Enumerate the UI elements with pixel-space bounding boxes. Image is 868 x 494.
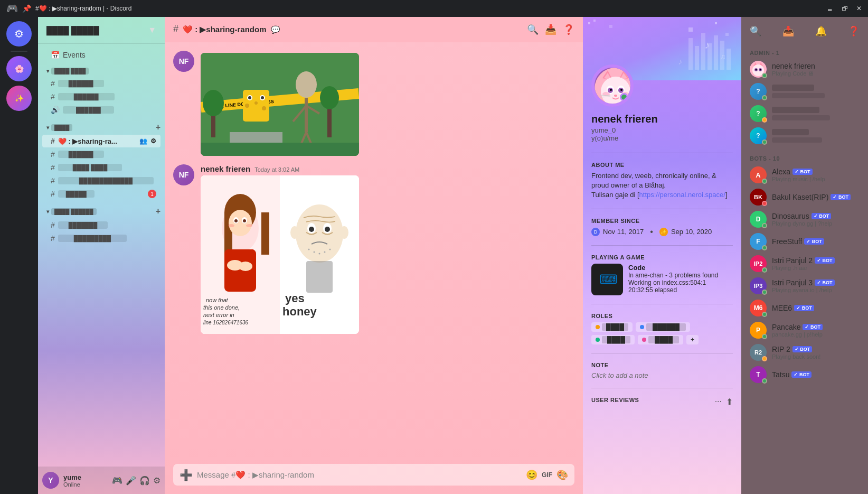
channel-header[interactable]: ████ █████ ▼ xyxy=(38,17,165,44)
channel-item-10[interactable]: # █████████ xyxy=(42,232,161,245)
chat-channel-name: ❤️ : ▶sharing-random xyxy=(183,25,267,34)
events-button[interactable]: 📅 Events xyxy=(42,49,161,61)
member-nenek-frieren[interactable]: nenek frieren Playing Code 🖥 xyxy=(746,59,864,80)
add-channel-button-2[interactable]: + xyxy=(156,207,161,216)
search-button[interactable]: 🔍 xyxy=(527,24,539,35)
help-icon[interactable]: ❓ xyxy=(848,25,860,37)
titlebar-pin[interactable]: 📌 xyxy=(22,4,31,13)
discord-join-date: Nov 11, 2017 xyxy=(603,228,644,236)
svg-point-32 xyxy=(234,219,238,222)
unread-badge: 1 xyxy=(148,190,156,198)
svg-text:honey: honey xyxy=(282,305,317,318)
note-title: NOTE xyxy=(591,362,733,368)
member-mee6[interactable]: M6 MEE6 ✓ BOT xyxy=(746,297,864,319)
svg-point-83 xyxy=(601,77,630,106)
member-blurred-1[interactable]: ? xyxy=(746,81,864,102)
chat-input[interactable] xyxy=(197,464,522,486)
svg-text:now that: now that xyxy=(206,297,229,303)
member-tatsu[interactable]: T Tatsu ✓ BOT xyxy=(746,364,864,385)
section-header-1[interactable]: ▾ ████ ████ xyxy=(38,66,165,77)
section-header-2[interactable]: ▾ ████ + xyxy=(38,120,165,134)
game-detail-3: 20:32:55 elapsed xyxy=(628,286,733,294)
profile-avatar-section xyxy=(583,64,741,107)
discord-home-button[interactable]: ⚙ xyxy=(6,21,32,46)
channel-item-9[interactable]: # ███████ xyxy=(42,219,161,231)
svg-point-33 xyxy=(243,219,246,222)
maximize-button[interactable]: 🗗 xyxy=(842,5,848,12)
message-time-2: Today at 3:02 AM xyxy=(254,166,299,173)
server-icon-2[interactable]: ✨ xyxy=(6,86,32,111)
member-bakul[interactable]: BK Bakul Kaset(RIP) ✓ BOT xyxy=(746,187,864,208)
svg-point-54 xyxy=(324,251,326,253)
user-avatar[interactable]: Y xyxy=(42,472,59,489)
message-avatar-2[interactable]: NF xyxy=(173,164,194,185)
server-dropdown-icon[interactable]: ▼ xyxy=(148,25,156,35)
role-add[interactable]: + xyxy=(686,335,699,344)
channel-item-7[interactable]: # █████████████ xyxy=(42,174,161,187)
server-icon-1[interactable]: 🌸 xyxy=(6,56,32,81)
note-section: NOTE Click to add a note xyxy=(583,358,741,384)
member-pancake[interactable]: P Pancake ✓ BOT pancake.gg | p!help xyxy=(746,320,864,341)
member-avatar-freestuff: F xyxy=(750,233,767,250)
gif-button[interactable]: GIF xyxy=(542,471,552,479)
profile-username: yume_0 xyxy=(591,126,733,134)
member-name-ip2: Istri Panjul 2 xyxy=(772,256,813,265)
server-name: ████ █████ xyxy=(46,26,99,35)
about-me-link[interactable]: https://personal.neroi.space/ xyxy=(639,191,725,199)
channel-item-2[interactable]: # ██████ xyxy=(42,90,161,103)
reviews-expand-icon[interactable]: ⬆ xyxy=(726,397,733,407)
member-rip2[interactable]: R2 RIP 2 ✓ BOT Playing back soon! xyxy=(746,342,864,363)
member-blurred-3[interactable]: ? xyxy=(746,125,864,146)
hash-icon-5: # xyxy=(51,150,55,159)
mute-button[interactable]: 🎤 xyxy=(126,476,136,486)
minimize-button[interactable]: 🗕 xyxy=(827,5,833,12)
titlebar-title: #❤️ : ▶sharing-random | - Discord xyxy=(35,5,132,12)
status-dot-nenek xyxy=(762,73,767,78)
member-name-pancake: Pancake xyxy=(772,323,800,331)
channel-item-1[interactable]: # ██████ xyxy=(42,77,161,90)
member-alexa[interactable]: A Alexa ✓ BOT Playing music | /help xyxy=(746,164,864,185)
section-header-3[interactable]: ▾ ████ ██████ + xyxy=(38,204,165,218)
sticker-button[interactable]: 🎨 xyxy=(556,469,568,481)
role-1: ████ xyxy=(591,322,633,332)
channel-item-6[interactable]: # ████ ████ xyxy=(42,161,161,174)
bot-badge-alexa: ✓ BOT xyxy=(792,169,813,175)
note-input[interactable]: Click to add a note xyxy=(591,371,733,379)
svg-rect-66 xyxy=(715,22,717,24)
server-member-since: ✨ Sep 10, 2020 xyxy=(659,228,712,236)
deafen-button[interactable]: 🎧 xyxy=(139,476,150,486)
member-ip2[interactable]: IP2 Istri Panjul 2 ✓ BOT Playing .h aar xyxy=(746,253,864,274)
channel-item-5[interactable]: # ██████ xyxy=(42,148,161,161)
close-button[interactable]: ✕ xyxy=(856,5,862,12)
member-freestuff[interactable]: F FreeStuff ✓ BOT xyxy=(746,231,864,252)
reviews-more-icon[interactable]: ··· xyxy=(715,397,722,407)
about-me-title: ABOUT ME xyxy=(591,162,733,168)
member-info-ip2: Istri Panjul 2 ✓ BOT Playing .h aar xyxy=(772,256,860,271)
help-button[interactable]: ❓ xyxy=(563,24,574,35)
member-list: 🔍 📥 🔔 ❓ ADMIN - 1 xyxy=(741,17,868,494)
notification-icon[interactable]: 🔔 xyxy=(815,25,827,37)
add-attachment-button[interactable]: ➕ xyxy=(180,469,193,481)
game-activity-button[interactable]: 🎮 xyxy=(112,476,122,486)
member-dino[interactable]: D Dinosaurus ✓ BOT Playing dyno.gg | ?he… xyxy=(746,209,864,230)
inbox-button[interactable]: 📥 xyxy=(545,24,556,35)
member-blurred-2[interactable]: ? xyxy=(746,103,864,124)
svg-point-19 xyxy=(203,90,224,116)
emoji-button[interactable]: 😊 xyxy=(526,469,537,481)
member-ip3[interactable]: IP3 Istri Panjul 3 ✓ BOT Playing ayana.i… xyxy=(746,275,864,296)
inbox-icon[interactable]: 📥 xyxy=(782,25,794,37)
search-icon[interactable]: 🔍 xyxy=(750,25,761,37)
channel-item-3[interactable]: 🔊 ██████ xyxy=(42,104,161,116)
svg-point-50 xyxy=(325,227,330,232)
message-avatar-1[interactable]: NF xyxy=(173,51,194,72)
discord-logo[interactable]: 🎮 xyxy=(6,3,18,14)
channel-item-8[interactable]: # █████ 1 xyxy=(42,188,161,200)
channel-sharing-random[interactable]: # ❤️ : ▶sharing-ra... 👥 ⚙ xyxy=(42,135,161,147)
settings-button[interactable]: ⚙ xyxy=(153,476,161,486)
add-channel-button[interactable]: + xyxy=(156,123,161,132)
svg-point-40 xyxy=(239,262,252,271)
calendar-icon: 📅 xyxy=(51,51,60,59)
profile-info: nenek frieren yume_0 y(o)u/me xyxy=(583,107,741,148)
channel-sidebar: ████ █████ ▼ 📅 Events ▾ ████ ████ # ████… xyxy=(38,17,165,494)
profile-divider-2 xyxy=(591,209,733,209)
